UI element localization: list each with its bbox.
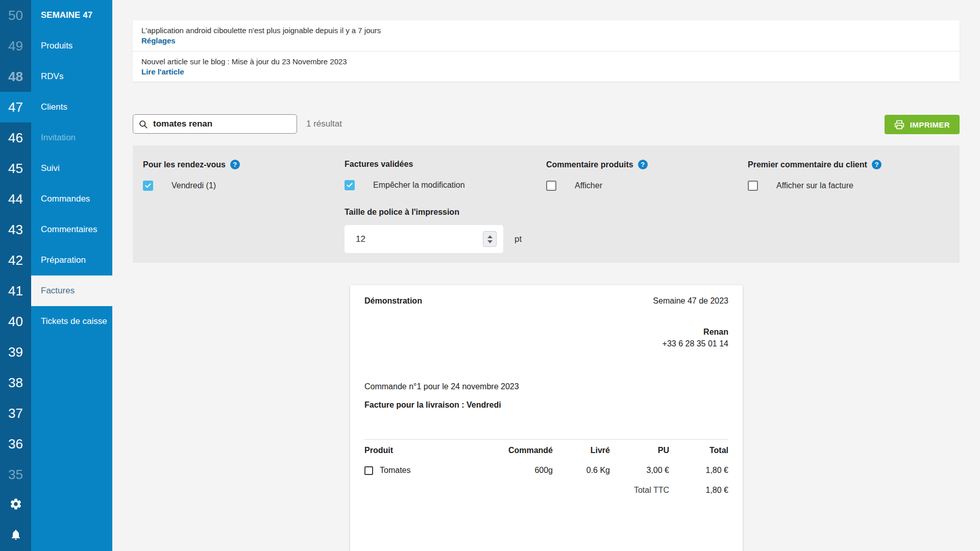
total-ttc-value: 1,80 €	[669, 486, 728, 495]
search-icon	[138, 119, 148, 129]
spinner-up-icon[interactable]	[487, 235, 493, 238]
week-41[interactable]: 41	[0, 276, 31, 306]
invoice-preview: Démonstration Semaine 47 de 2023 Renan +…	[350, 285, 743, 551]
font-size-block: Taille de police à l'impression pt	[345, 208, 546, 253]
col-header-commande: Commandé	[486, 446, 553, 455]
sidebar-item-produits[interactable]: Produits	[31, 31, 112, 61]
notification-text: L'application android ciboulette n'est p…	[141, 26, 951, 36]
week-49[interactable]: 49	[0, 31, 31, 61]
settings-col-rendez-vous: Pour les rendez-vous ? Vendredi (1)	[143, 160, 345, 253]
sidebar-item-rdvs[interactable]: RDVs	[31, 61, 112, 92]
col-header-pu: PU	[610, 446, 669, 455]
notification-app-unreachable: L'application android ciboulette n'est p…	[133, 20, 960, 51]
week-45[interactable]: 45	[0, 153, 31, 184]
product-delivered: 0.6 Kg	[553, 466, 610, 475]
font-size-unit: pt	[514, 234, 522, 244]
product-ordered: 600g	[486, 466, 553, 475]
week-40[interactable]: 40	[0, 306, 31, 337]
settings-link[interactable]: Réglages	[141, 36, 176, 46]
invoice-client-phone: +33 6 28 35 01 14	[364, 339, 728, 348]
checkbox-label: Afficher sur la facture	[776, 181, 853, 190]
invoice-table: Produit Commandé Livré PU Total Tomates …	[364, 439, 728, 495]
main-content: L'application android ciboulette n'est p…	[112, 0, 980, 551]
invoice-table-header: Produit Commandé Livré PU Total	[364, 440, 728, 455]
read-article-link[interactable]: Lire l'article	[141, 67, 184, 77]
invoice-client-block: Renan +33 6 28 35 01 14	[364, 328, 728, 348]
sidebar-item-commentaires[interactable]: Commentaires	[31, 214, 112, 245]
font-size-input-wrap	[345, 225, 503, 253]
sidebar-item-preparation[interactable]: Préparation	[31, 245, 112, 276]
empecher-modification-checkbox[interactable]	[345, 180, 355, 190]
settings-col-factures-validees: Factures validées Empêcher la modificati…	[345, 160, 546, 253]
print-button[interactable]: IMPRIMER	[885, 115, 960, 134]
sidebar-item-invitation[interactable]: Invitation	[31, 122, 112, 153]
printer-icon	[894, 119, 904, 130]
help-icon[interactable]: ?	[872, 160, 881, 169]
checkbox-label: Empêcher la modification	[373, 181, 465, 190]
settings-grid: Pour les rendez-vous ? Vendredi (1) Fact…	[143, 160, 949, 253]
product-name: Tomates	[380, 466, 410, 475]
afficher-checkbox[interactable]	[546, 181, 556, 191]
notifications-button[interactable]	[0, 520, 31, 551]
week-38[interactable]: 38	[0, 367, 31, 398]
settings-col-title: Commentaire produits	[546, 160, 633, 169]
print-button-label: IMPRIMER	[910, 120, 950, 129]
week-36[interactable]: 36	[0, 429, 31, 459]
week-47[interactable]: 47	[0, 92, 31, 122]
number-spinner[interactable]	[483, 231, 497, 247]
settings-col-title: Premier commentaire du client	[748, 160, 867, 169]
week-48[interactable]: 48	[0, 61, 31, 92]
search-input[interactable]	[152, 118, 291, 130]
invoice-week: Semaine 47 de 2023	[653, 296, 728, 306]
invoice-order-line: Commande n°1 pour le 24 novembre 2023	[364, 382, 728, 391]
search-box[interactable]	[133, 114, 297, 134]
help-icon[interactable]: ?	[230, 160, 240, 169]
product-row-checkbox[interactable]	[364, 466, 373, 475]
week-42[interactable]: 42	[0, 245, 31, 276]
afficher-sur-facture-checkbox[interactable]	[748, 181, 758, 191]
col-header-produit: Produit	[364, 446, 486, 455]
invoice-delivery-line: Facture pour la livraison : Vendredi	[364, 400, 728, 410]
notification-text: Nouvel article sur le blog : Mise à jour…	[141, 57, 951, 67]
week-44[interactable]: 44	[0, 184, 31, 214]
week-menu-sidebar: SEMAINE 47 Produits RDVs Clients Invitat…	[31, 0, 112, 551]
checkbox-label: Afficher	[575, 181, 602, 190]
table-row: Tomates 600g 0.6 Kg 3,00 € 1,80 €	[364, 466, 728, 475]
col-header-total: Total	[669, 446, 728, 455]
help-icon[interactable]: ?	[638, 160, 648, 169]
week-35[interactable]: 35	[0, 459, 31, 490]
sidebar-item-tickets-de-caisse[interactable]: Tickets de caisse	[31, 306, 112, 337]
week-39[interactable]: 39	[0, 337, 31, 367]
col-header-livre: Livré	[553, 446, 610, 455]
week-50[interactable]: 50	[0, 0, 31, 31]
week-43[interactable]: 43	[0, 214, 31, 245]
bell-icon	[10, 529, 22, 543]
week-sidebar: 50 49 48 47 46 45 44 43 42 41 40 39 38 3…	[0, 0, 31, 551]
week-46[interactable]: 46	[0, 122, 31, 153]
settings-col-title: Factures validées	[345, 160, 413, 169]
notifications-panel: L'application android ciboulette n'est p…	[133, 20, 960, 82]
print-settings-panel: Pour les rendez-vous ? Vendredi (1) Fact…	[133, 145, 960, 263]
checkbox-label: Vendredi (1)	[172, 181, 216, 190]
sidebar-item-clients[interactable]: Clients	[31, 92, 112, 122]
search-row: 1 résultat IMPRIMER	[133, 114, 960, 134]
sidebar-item-factures[interactable]: Factures	[31, 276, 112, 306]
result-count: 1 résultat	[306, 119, 342, 129]
spinner-down-icon[interactable]	[487, 240, 493, 243]
gear-icon	[9, 497, 22, 513]
settings-col-commentaire-produits: Commentaire produits ? Afficher	[546, 160, 748, 253]
vendredi-checkbox[interactable]	[143, 181, 153, 191]
font-size-label: Taille de police à l'impression	[345, 208, 546, 217]
product-total: 1,80 €	[669, 466, 728, 475]
total-ttc-label: Total TTC	[610, 486, 669, 495]
invoice-company-name: Démonstration	[364, 296, 422, 306]
font-size-input[interactable]	[355, 234, 457, 245]
sidebar-item-commandes[interactable]: Commandes	[31, 184, 112, 214]
sidebar-item-suivi[interactable]: Suivi	[31, 153, 112, 184]
invoice-total-row: Total TTC 1,80 €	[364, 486, 728, 495]
invoice-client-name: Renan	[364, 328, 728, 337]
sidebar-week-title: SEMAINE 47	[31, 0, 112, 31]
week-37[interactable]: 37	[0, 398, 31, 429]
settings-col-premier-commentaire: Premier commentaire du client ? Afficher…	[748, 160, 949, 253]
settings-button[interactable]	[0, 490, 31, 520]
